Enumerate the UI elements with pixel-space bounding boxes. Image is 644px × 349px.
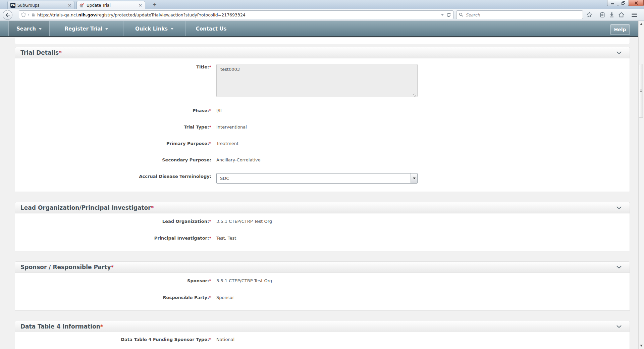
clipboard-icon[interactable] [599, 12, 605, 18]
field-value-principal-investigator: Test, Test [216, 235, 236, 242]
chevron-down-icon [171, 28, 173, 30]
field-label-responsible-party: Responsible Party:* [15, 294, 211, 301]
menu-contact-us[interactable]: Contact Us [185, 21, 237, 36]
field-value-trial-type: Interventional [216, 124, 247, 131]
url-bar[interactable]: https://trials-qa.nci.nih.gov/registry/p… [19, 10, 453, 19]
required-marker: * [59, 50, 61, 56]
menu-label: Search [16, 26, 36, 32]
divider [628, 11, 628, 18]
vertical-scrollbar[interactable] [638, 21, 644, 349]
close-window-button[interactable] [629, 0, 644, 6]
required-marker: * [209, 124, 211, 130]
required-marker: * [151, 205, 154, 211]
download-icon[interactable] [609, 12, 615, 18]
chevron-down-icon [413, 178, 416, 179]
chevron-down-icon[interactable] [616, 325, 622, 328]
section-sponsor: Sponsor / Responsible Party* Sponsor:* 3… [15, 261, 630, 311]
required-marker: * [111, 264, 114, 270]
tab-label: Update Trial [87, 3, 137, 8]
menu-label: Register Trial [65, 26, 103, 32]
section-trial-details: Trial Details* Title:* test0003 Phase:* … [15, 47, 630, 192]
reload-icon[interactable] [446, 12, 451, 17]
field-label-secondary-purpose: Secondary Purpose: [15, 157, 211, 163]
search-icon [459, 12, 464, 17]
section-title: Sponsor / Responsible Party [20, 264, 111, 270]
new-tab-button[interactable]: + [150, 2, 159, 8]
arrow-down-icon [640, 345, 643, 347]
field-label-sponsor: Sponsor:* [15, 278, 211, 284]
section-title: Data Table 4 Information [20, 323, 100, 330]
window-controls [607, 0, 644, 6]
field-label-lead-organization: Lead Organization:* [15, 218, 211, 225]
field-label-phase: Phase:* [15, 107, 211, 114]
restore-button[interactable] [618, 0, 629, 6]
menu-register-trial[interactable]: Register Trial [50, 21, 123, 36]
minimize-button[interactable] [607, 0, 618, 6]
urlbar-dropdown-icon[interactable] [441, 14, 444, 16]
required-marker: * [209, 337, 211, 342]
shield-icon [21, 12, 26, 17]
section-lead-organization: Lead Organization/Principal Investigator… [15, 202, 630, 251]
field-label-dt4-funding-sponsor-type: Data Table 4 Funding Sponsor Type:* [15, 336, 211, 343]
tab-subgroups[interactable]: PA SubGroups × [7, 1, 74, 9]
back-button[interactable] [3, 10, 12, 20]
select-dropdown-button[interactable] [411, 173, 417, 183]
field-value-primary-purpose: Treatment [216, 140, 238, 147]
accrual-disease-terminology-select[interactable]: SDC [216, 173, 418, 184]
navigation-toolbar: https://trials-qa.nci.nih.gov/registry/p… [0, 9, 644, 21]
required-marker: * [209, 295, 211, 300]
section-header[interactable]: Trial Details* [15, 47, 630, 58]
search-input[interactable] [466, 12, 580, 17]
required-marker: * [209, 141, 211, 146]
required-marker: * [209, 219, 211, 224]
section-data-table-4: Data Table 4 Information* Data Table 4 F… [15, 321, 630, 349]
field-label-trial-type: Trial Type:* [15, 124, 211, 131]
home-icon[interactable] [618, 12, 625, 18]
chevron-right-icon [28, 13, 29, 16]
close-icon[interactable]: × [139, 3, 142, 7]
field-label-accrual-disease-terminology: Accrual Disease Terminology: [15, 173, 211, 180]
close-icon [634, 1, 638, 5]
menu-quick-links[interactable]: Quick Links [123, 21, 185, 36]
section-title: Lead Organization/Principal Investigator [20, 204, 151, 211]
search-box[interactable] [456, 10, 583, 19]
restore-icon [622, 1, 625, 5]
menu-label: Quick Links [135, 26, 168, 32]
tab-bar: PA SubGroups × Update Trial × + [0, 0, 644, 9]
field-label-primary-purpose: Primary Purpose:* [15, 140, 211, 147]
chevron-down-icon[interactable] [616, 206, 622, 209]
select-value: SDC [217, 176, 411, 181]
scroll-down-button[interactable] [639, 343, 644, 348]
help-button[interactable]: Help [610, 24, 630, 35]
resize-handle-icon[interactable] [413, 94, 416, 97]
required-marker: * [209, 236, 211, 241]
chevron-down-icon[interactable] [616, 51, 622, 54]
chevron-down-icon [39, 28, 42, 30]
section-header[interactable]: Sponsor / Responsible Party* [15, 262, 630, 273]
scroll-up-button[interactable] [639, 21, 644, 27]
pa-badge-icon: PA [10, 3, 15, 8]
chevron-down-icon [105, 28, 108, 30]
section-header[interactable]: Data Table 4 Information* [15, 321, 630, 332]
lock-icon [31, 12, 36, 17]
tab-update-trial[interactable]: Update Trial × [76, 1, 145, 9]
required-marker: * [100, 323, 103, 330]
field-label-title: Title:* [15, 64, 211, 70]
toolbar-icons [586, 10, 637, 20]
menu-search[interactable]: Search [8, 21, 50, 36]
field-value-dt4-funding-sponsor-type: National [216, 336, 234, 343]
chevron-down-icon[interactable] [616, 266, 622, 269]
required-marker: * [209, 278, 211, 283]
menu-icon[interactable] [632, 13, 637, 17]
close-icon[interactable]: × [68, 3, 71, 7]
bookmark-star-icon[interactable] [586, 12, 592, 18]
minimize-icon [611, 3, 614, 4]
scrollbar-thumb[interactable] [639, 64, 643, 117]
arrow-up-icon [640, 23, 643, 25]
section-header[interactable]: Lead Organization/Principal Investigator… [15, 202, 630, 213]
section-title: Trial Details [20, 49, 59, 56]
chart-icon [79, 3, 85, 8]
field-value-sponsor: 3.5.1 CTEP/CTRP Test Org [216, 278, 272, 284]
title-textarea[interactable]: test0003 [216, 64, 418, 97]
divider [596, 11, 596, 18]
